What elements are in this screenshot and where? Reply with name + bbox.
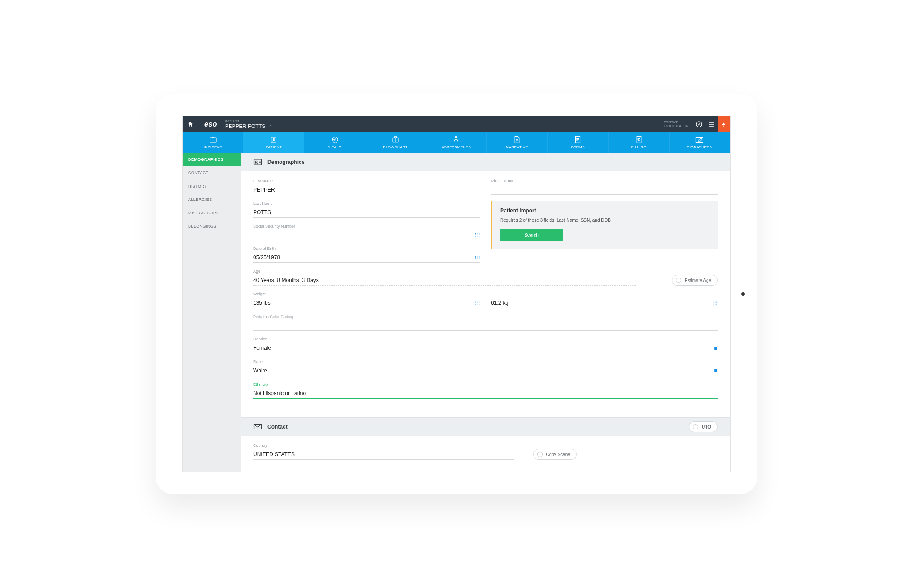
assessments-icon (452, 136, 460, 144)
tab-label: SIGNATURES (687, 145, 712, 149)
svg-rect-1 (210, 138, 216, 142)
sidebar-item-demographics[interactable]: DEMOGRAPHICS (183, 153, 241, 166)
tab-signatures[interactable]: SIGNATURES (670, 132, 730, 153)
incident-icon (209, 136, 217, 144)
section-title: Demographics (267, 159, 304, 165)
svg-point-3 (273, 138, 274, 139)
svg-point-0 (696, 122, 702, 127)
radio-icon (693, 424, 698, 429)
patient-import-card: Patient Import Requires 2 of these 3 fie… (491, 201, 718, 249)
content-area: Demographics First Name PEPPER Middle (241, 153, 730, 472)
first-name-field[interactable]: First Name PEPPER (253, 179, 480, 195)
tab-billing[interactable]: BILLING (609, 132, 669, 153)
positive-id-label: POSITIVE IDENTIFICATION (660, 121, 693, 127)
sidebar-item-contact[interactable]: CONTACT (183, 166, 241, 180)
list-icon[interactable]: ≣ (714, 345, 718, 351)
ssn-field[interactable]: Social Security Number ⁝⁝⁝ (253, 224, 480, 240)
tab-label: PATIENT (266, 145, 282, 149)
top-bar: eso PATIENT PEPPER POTTS ⌄ POSITIVE IDEN… (183, 116, 730, 132)
keypad-icon[interactable]: ⁝⁝⁝ (475, 255, 480, 261)
app-screen: eso PATIENT PEPPER POTTS ⌄ POSITIVE IDEN… (182, 116, 731, 472)
billing-icon (635, 136, 643, 144)
list-icon[interactable]: ≣ (714, 391, 718, 396)
estimate-age-button[interactable]: Estimate Age (672, 275, 718, 286)
home-icon[interactable] (183, 116, 198, 132)
weight-kg-input[interactable]: 61.2 kg⁝⁝⁝ (491, 298, 718, 308)
nav-tabs: INCIDENT PATIENT VITALS FLOWCHART ASSESS… (183, 132, 730, 153)
signatures-icon (695, 136, 703, 144)
patient-label: PATIENT (225, 120, 265, 123)
tab-assessments[interactable]: ASSESSMENTS (426, 132, 487, 153)
section-header-contact: Contact UTO (241, 417, 730, 436)
tab-label: BILLING (631, 145, 646, 149)
sidebar-item-history[interactable]: HISTORY (183, 180, 241, 193)
dob-field[interactable]: Date of Birth 05/25/1978⁝⁝⁝ (253, 246, 480, 263)
tab-label: NARRATIVE (506, 145, 528, 149)
vitals-icon (331, 136, 339, 144)
weight-lbs-input[interactable]: 135 lbs⁝⁝⁝ (253, 298, 480, 308)
tab-incident[interactable]: INCIDENT (183, 132, 243, 153)
race-field[interactable]: Race White≣ (253, 359, 718, 376)
list-icon[interactable]: ≣ (714, 323, 718, 328)
keypad-icon[interactable]: ⁝⁝⁝ (475, 232, 480, 238)
pediatric-field[interactable]: Pediatric Color Coding ≣ (253, 314, 718, 331)
list-icon[interactable]: ≣ (714, 368, 718, 374)
tab-vitals[interactable]: VITALS (304, 132, 365, 153)
narrative-icon (513, 136, 521, 144)
chevron-down-icon[interactable]: ⌄ (265, 122, 276, 127)
tab-label: FLOWCHART (383, 145, 408, 149)
svg-point-5 (456, 136, 457, 138)
svg-point-9 (255, 161, 257, 163)
age-field[interactable]: Age 40 Years, 8 Months, 3 Days (253, 269, 636, 286)
tab-label: FORMS (571, 145, 585, 149)
flowchart-icon (391, 136, 399, 144)
radio-icon (537, 452, 543, 457)
search-button[interactable]: Search (500, 229, 563, 241)
patient-name: PEPPER POTTS (225, 123, 265, 129)
list-icon[interactable]: ≣ (510, 452, 514, 457)
sidebar: DEMOGRAPHICS CONTACT HISTORY ALLERGIES M… (183, 153, 241, 472)
forms-icon (574, 136, 582, 144)
tab-narrative[interactable]: NARRATIVE (487, 132, 547, 153)
check-circle-icon[interactable] (693, 116, 705, 132)
id-card-icon (253, 159, 262, 166)
keypad-icon[interactable]: ⁝⁝⁝ (712, 300, 718, 306)
tablet-home-button[interactable] (741, 292, 745, 296)
tablet-frame: eso PATIENT PEPPER POTTS ⌄ POSITIVE IDEN… (156, 94, 757, 494)
radio-icon (676, 278, 681, 283)
last-name-field[interactable]: Last Name POTTS (253, 201, 480, 218)
country-field[interactable]: Country UNITED STATES≣ (253, 443, 514, 460)
tab-forms[interactable]: FORMS (548, 132, 609, 153)
middle-name-field[interactable]: Middle Name (491, 179, 718, 195)
import-title: Patient Import (500, 208, 710, 214)
sidebar-item-allergies[interactable]: ALLERGIES (183, 193, 241, 206)
tab-label: INCIDENT (204, 145, 222, 149)
patient-selector[interactable]: PATIENT PEPPER POTTS (223, 120, 265, 129)
tab-label: ASSESSMENTS (442, 145, 471, 149)
keypad-icon[interactable]: ⁝⁝⁝ (475, 300, 480, 306)
weight-field: Weight 135 lbs⁝⁝⁝ 61.2 kg⁝⁝⁝ (253, 292, 718, 308)
tab-label: VITALS (328, 145, 341, 149)
envelope-icon (253, 424, 262, 430)
tab-flowchart[interactable]: FLOWCHART (365, 132, 426, 153)
uto-button[interactable]: UTO (689, 421, 718, 432)
copy-scene-button[interactable]: Copy Scene (533, 449, 577, 460)
app-logo: eso (198, 120, 223, 128)
menu-icon[interactable] (705, 116, 718, 132)
sidebar-item-belongings[interactable]: BELONGINGS (183, 220, 241, 233)
gender-field[interactable]: Gender Female≣ (253, 337, 718, 353)
tab-patient[interactable]: PATIENT (243, 132, 304, 153)
section-header-demographics: Demographics (241, 153, 730, 172)
import-desc: Requires 2 of these 3 fields: Last Name,… (500, 217, 710, 224)
bolt-icon[interactable] (718, 116, 730, 132)
sidebar-item-medications[interactable]: MEDICATIONS (183, 206, 241, 220)
ethnicity-field[interactable]: Ethnicity Not Hispanic or Latino≣ (253, 382, 718, 399)
patient-icon (270, 136, 278, 144)
section-title: Contact (267, 424, 288, 430)
